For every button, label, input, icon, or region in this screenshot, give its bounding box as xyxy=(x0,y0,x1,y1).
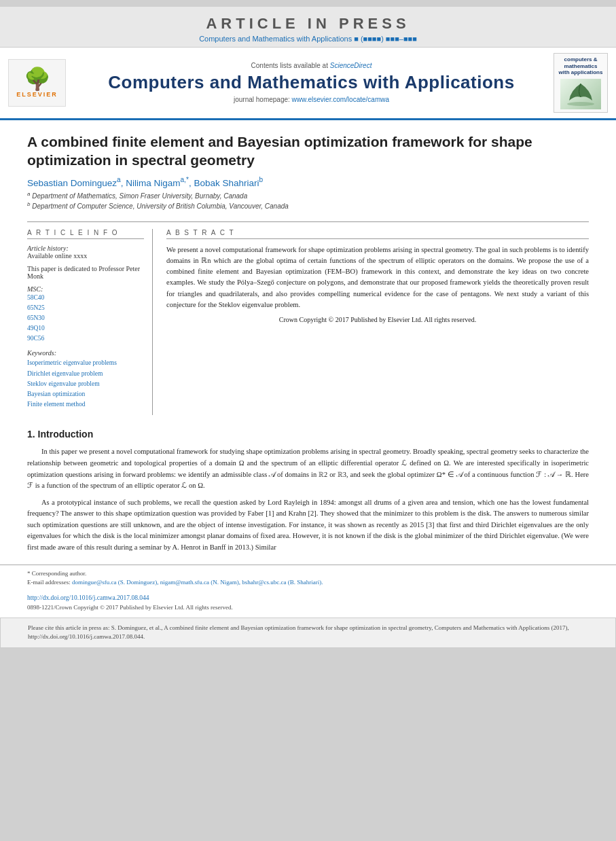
journal-title: Computers and Mathematics with Applicati… xyxy=(76,72,547,93)
sciencedirect-link[interactable]: ScienceDirect xyxy=(330,62,372,69)
affiliation-a: a Department of Mathematics, Simon Frase… xyxy=(27,191,589,200)
article-info-header: A R T I C L E I N F O xyxy=(27,229,144,239)
intro-paragraph-2: As a prototypical instance of such probl… xyxy=(27,497,589,554)
article-info-col: A R T I C L E I N F O Article history: A… xyxy=(27,229,153,416)
kw-1: Isoperimetric eigenvalue problems xyxy=(27,358,144,368)
two-col-section: A R T I C L E I N F O Article history: A… xyxy=(27,221,589,416)
kw-5: Finite element method xyxy=(27,399,144,410)
abstract-col: A B S T R A C T We present a novel compu… xyxy=(166,229,589,416)
sciencedirect-line: Contents lists available at ScienceDirec… xyxy=(76,62,547,69)
msc-code-2: 65N25 xyxy=(27,303,144,313)
msc-codes: 58C40 65N25 65N30 49Q10 90C56 xyxy=(27,293,144,344)
msc-code-1: 58C40 xyxy=(27,293,144,303)
aip-title: ARTICLE IN PRESS xyxy=(0,15,616,33)
intro-paragraph-1: In this paper we present a novel computa… xyxy=(27,446,589,491)
journal-thumb-graphic xyxy=(564,80,598,107)
homepage-text: journal homepage: xyxy=(234,96,290,103)
abstract-text: We present a novel computational framewo… xyxy=(166,245,589,325)
journal-header: 🌳 ELSEVIER Contents lists available at S… xyxy=(0,48,616,120)
msc-code-4: 49Q10 xyxy=(27,323,144,334)
article-dedication: This paper is dedicated to Professor Pet… xyxy=(27,265,144,280)
article-history: Article history: Available online xxxx xyxy=(27,245,144,260)
homepage-link[interactable]: www.elsevier.com/locate/camwa xyxy=(292,96,389,103)
introduction-section: 1. Introduction In this paper we present… xyxy=(0,429,616,553)
email-label: E-mail addresses: xyxy=(27,579,71,586)
abstract-header: A B S T R A C T xyxy=(166,229,589,239)
doi-line[interactable]: http://dx.doi.org/10.1016/j.camwa.2017.0… xyxy=(0,592,616,604)
elsevier-logo: 🌳 ELSEVIER xyxy=(8,59,69,107)
corresponding-author: * Corresponding author. xyxy=(27,569,589,579)
affiliation-b: b Department of Computer Science, Univer… xyxy=(27,201,589,210)
intro-body: In this paper we present a novel computa… xyxy=(27,446,589,553)
page: ARTICLE IN PRESS Computers and Mathemati… xyxy=(0,7,616,648)
keywords-label: Keywords: xyxy=(27,349,144,357)
article-title: A combined finite element and Bayesian o… xyxy=(27,132,589,170)
msc-section: MSC: 58C40 65N25 65N30 49Q10 90C56 xyxy=(27,285,144,344)
section-title: 1. Introduction xyxy=(27,429,589,440)
authors: Sebastian Domingueza, Nilima Nigama,*, B… xyxy=(27,176,589,188)
article-content: A combined finite element and Bayesian o… xyxy=(0,120,616,416)
footnotes: * Corresponding author. E-mail addresses… xyxy=(0,565,616,592)
section-number: 1. xyxy=(27,429,35,440)
abstract-copyright: Crown Copyright © 2017 Published by Else… xyxy=(166,315,589,325)
affil-a-text: Department of Mathematics, Simon Fraser … xyxy=(32,192,247,200)
author-shahriari: Bobak Shahriari xyxy=(194,178,259,188)
msc-code-5: 90C56 xyxy=(27,334,144,344)
citation-notice: Please cite this article in press as: S.… xyxy=(0,618,616,648)
kw-4: Bayesian optimization xyxy=(27,389,144,399)
aip-subtitle: Computers and Mathematics with Applicati… xyxy=(0,35,616,43)
keywords-section: Keywords: Isoperimetric eigenvalue probl… xyxy=(27,349,144,410)
history-value: Available online xxxx xyxy=(27,252,144,260)
sciencedirect-text: Contents lists available at xyxy=(251,62,328,69)
journal-thumb-title: computers &mathematicswith applications xyxy=(557,56,604,76)
journal-homepage: journal homepage: www.elsevier.com/locat… xyxy=(76,96,547,103)
email-addresses: domingue@sfu.ca (S. Dominguez), nigam@ma… xyxy=(72,579,323,586)
elsevier-label: ELSEVIER xyxy=(16,91,58,98)
kw-3: Steklov eigenvalue problem xyxy=(27,379,144,389)
msc-label: MSC: xyxy=(27,285,144,293)
journal-thumbnail: computers &mathematicswith applications xyxy=(554,53,608,113)
aip-banner: ARTICLE IN PRESS Computers and Mathemati… xyxy=(0,7,616,48)
history-label: Article history: xyxy=(27,245,144,252)
svg-point-0 xyxy=(567,102,594,106)
journal-info: Contents lists available at ScienceDirec… xyxy=(76,62,547,103)
tree-icon: 🌳 xyxy=(24,68,51,90)
email-line: E-mail addresses: domingue@sfu.ca (S. Do… xyxy=(27,578,589,588)
author-dominguez: Sebastian Dominguez xyxy=(27,178,117,188)
dedication-text: This paper is dedicated to Professor Pet… xyxy=(27,265,144,280)
elsevier-logo-img: 🌳 ELSEVIER xyxy=(8,59,66,107)
msc-code-3: 65N30 xyxy=(27,313,144,323)
copyright-line: 0898-1221/Crown Copyright © 2017 Publish… xyxy=(0,604,616,613)
affil-b-text: Department of Computer Science, Universi… xyxy=(32,203,289,211)
kw-2: Dirichlet eigenvalue problem xyxy=(27,369,144,379)
section-heading: Introduction xyxy=(38,429,94,440)
author-nigam: Nilima Nigam xyxy=(126,178,180,188)
abstract-body: We present a novel computational framewo… xyxy=(166,246,589,308)
keywords-list: Isoperimetric eigenvalue problems Dirich… xyxy=(27,358,144,410)
doi-text[interactable]: http://dx.doi.org/10.1016/j.camwa.2017.0… xyxy=(27,594,149,601)
